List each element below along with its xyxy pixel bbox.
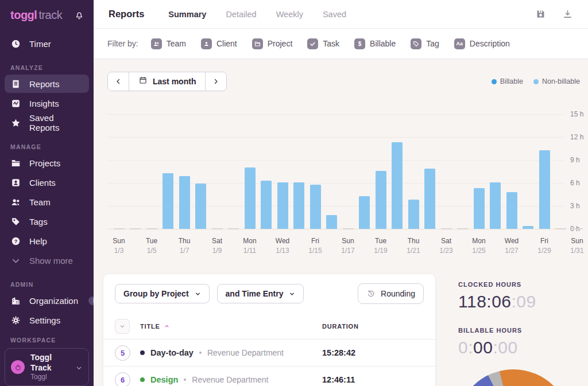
team-icon xyxy=(10,197,21,208)
sidebar-item-show-more[interactable]: Show more xyxy=(5,251,89,270)
billable-hours-seconds: :00 xyxy=(493,338,517,357)
save-report-icon[interactable] xyxy=(535,9,546,20)
chart-legend: BillableNon-billable xyxy=(492,77,580,85)
insights-icon xyxy=(10,98,21,109)
y-axis-tick: 3 h xyxy=(570,202,580,210)
sidebar-item-label: Help xyxy=(29,236,47,246)
x-axis-date: 1/3 xyxy=(113,247,125,255)
chart-bar-1/7 xyxy=(179,176,190,229)
sidebar-item-clients[interactable]: Clients xyxy=(5,173,89,192)
x-axis-date: 1/13 xyxy=(276,247,289,255)
filter-tag[interactable]: Tag xyxy=(411,38,439,49)
sidebar-item-projects[interactable]: Projects xyxy=(5,154,89,172)
project-color-dot xyxy=(140,350,145,355)
sort-ascending-icon xyxy=(164,323,170,329)
separator-dot xyxy=(199,352,202,354)
sidebar-item-team[interactable]: Team xyxy=(5,193,89,211)
sidebar-item-timer[interactable]: Timer xyxy=(5,34,89,53)
previous-period-button[interactable] xyxy=(108,72,129,91)
title-column-header[interactable]: TITLE xyxy=(140,323,170,330)
chart-bar-1/13 xyxy=(277,182,288,229)
chart-bar-1/21 xyxy=(408,200,419,229)
filter-description[interactable]: AaDescription xyxy=(454,38,510,49)
group-by-select[interactable]: Group by Project xyxy=(115,284,210,303)
billable-hours-prefix: 0: xyxy=(458,338,473,357)
filter-client[interactable]: Client xyxy=(201,38,237,49)
sidebar-item-help[interactable]: ?Help xyxy=(5,232,89,250)
tab-weekly[interactable]: Weekly xyxy=(276,10,303,19)
legend-non-billable: Non-billable xyxy=(533,77,580,85)
tab-saved[interactable]: Saved xyxy=(323,10,346,19)
x-axis-label-1/29: Fri1/29 xyxy=(537,237,551,255)
filter-billable[interactable]: $Billable xyxy=(354,38,396,49)
workspace-switcher[interactable]: Toggl Track Toggl xyxy=(5,348,89,386)
separator-dot xyxy=(184,379,186,381)
rounding-button[interactable]: Rounding xyxy=(358,283,424,304)
x-axis-label-1/23: Sat1/23 xyxy=(439,237,452,255)
filter-task[interactable]: Task xyxy=(307,38,339,49)
x-axis-label-1/25: Mon1/25 xyxy=(472,237,485,255)
tagline-icon xyxy=(411,38,421,49)
filter-team[interactable]: Team xyxy=(151,38,186,49)
sidebar-item-tags[interactable]: Tags xyxy=(5,212,89,231)
row-main[interactable]: DesignRevenue Department xyxy=(140,375,322,384)
sidebar-item-reports[interactable]: Reports xyxy=(5,75,89,93)
chart-bar-1/12 xyxy=(261,181,272,229)
chart-bar-1/14 xyxy=(293,182,304,229)
x-axis-date: 1/25 xyxy=(472,247,485,255)
date-row: Last month BillableNon-billable xyxy=(107,72,580,91)
logo-primary: toggl xyxy=(10,9,37,21)
sidebar-header: toggltrack xyxy=(0,0,94,28)
table-body: 5Day-to-dayRevenue Department15:28:426De… xyxy=(103,340,435,386)
notifications-bell-icon[interactable] xyxy=(74,10,84,21)
filter-project[interactable]: Project xyxy=(252,38,293,49)
chart-zero-1/10 xyxy=(228,228,239,229)
project-color-dot xyxy=(140,377,145,382)
entry-count-badge[interactable]: 5 xyxy=(115,345,130,361)
summary-panel: CLOCKED HOURS 118:06:09 BILLABLE HOURS 0… xyxy=(456,274,586,386)
chart-zero-1/5 xyxy=(146,228,157,229)
sub-group-select[interactable]: and Time Entry xyxy=(217,284,304,303)
sidebar-item-saved-reports[interactable]: Saved Reports xyxy=(5,114,89,132)
chart-bar-1/18 xyxy=(359,196,370,229)
sidebar-section-analyze: ANALYZE xyxy=(10,64,94,71)
svg-text:?: ? xyxy=(14,238,18,244)
chevron-down-icon xyxy=(119,323,125,329)
tab-detailed[interactable]: Detailed xyxy=(226,10,256,19)
y-axis-tick: 15 h xyxy=(570,110,583,118)
x-axis-date: 1/19 xyxy=(374,247,387,255)
sidebar-item-label: Insights xyxy=(29,99,59,108)
chart-bar-1/11 xyxy=(245,167,256,229)
select-all-toggle[interactable] xyxy=(115,319,130,334)
x-axis-date: 1/27 xyxy=(505,247,519,255)
entry-count-badge[interactable]: 6 xyxy=(115,372,130,386)
duration-column-header[interactable]: DURATION xyxy=(322,323,424,330)
x-axis-label-1/21: Thu1/21 xyxy=(407,237,420,255)
sidebar-item-insights[interactable]: Insights xyxy=(5,94,89,112)
sidebar-spacer xyxy=(0,330,94,337)
rounding-icon xyxy=(366,289,376,298)
sidebar-section-manage: MANAGE xyxy=(10,143,94,150)
y-axis-tick: 12 h xyxy=(570,133,583,141)
table-header: TITLE DURATION xyxy=(103,313,435,340)
sidebar-section-admin: ADMIN xyxy=(10,281,94,288)
next-period-button[interactable] xyxy=(206,72,226,91)
x-axis-dow: Mon xyxy=(243,237,256,245)
filter-bar: Filter by: TeamClientProjectTask$Billabl… xyxy=(94,29,588,59)
x-axis-dow: Thu xyxy=(407,237,420,245)
tab-summary[interactable]: Summary xyxy=(168,10,206,19)
row-main[interactable]: Day-to-dayRevenue Department xyxy=(140,348,322,357)
sidebar-item-organization[interactable]: OrganizationBeta xyxy=(5,291,89,310)
gridline-0h xyxy=(107,229,564,229)
date-range-button[interactable]: Last month xyxy=(129,72,206,91)
x-axis-dow: Sat xyxy=(439,237,452,245)
sidebar-item-label: Tags xyxy=(29,217,48,227)
x-axis-dow: Wed xyxy=(276,237,289,245)
toggl-logo[interactable]: toggltrack xyxy=(10,9,62,22)
chevron-down-icon xyxy=(289,291,295,297)
sidebar-item-label: Organization xyxy=(29,296,78,306)
download-icon[interactable] xyxy=(562,9,573,20)
sidebar-item-settings[interactable]: Settings xyxy=(5,311,89,329)
chart-bar-1/28 xyxy=(523,226,533,229)
sidebar-item-label: Saved Reports xyxy=(29,113,83,132)
